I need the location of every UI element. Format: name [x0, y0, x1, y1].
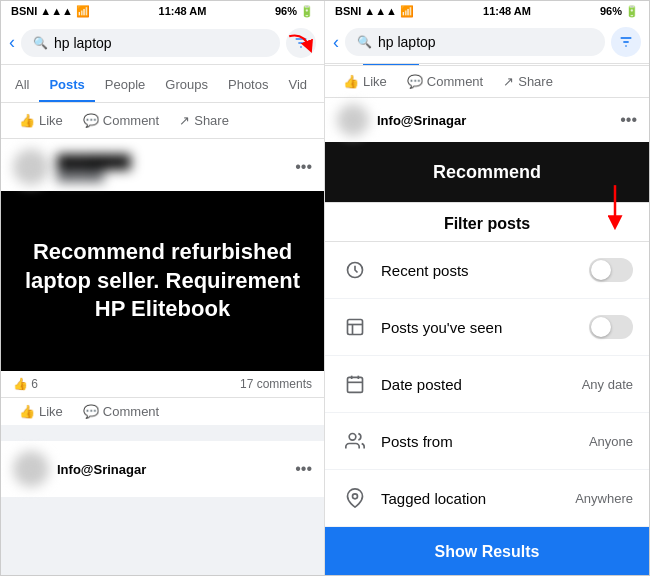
left-three-dots-2[interactable]: •••: [295, 460, 312, 478]
left-author-2: Info@Srinagar: [57, 462, 287, 477]
battery-pct: 96%: [275, 5, 297, 17]
wifi-icon: 📶: [76, 5, 90, 18]
left-tab-vid[interactable]: Vid: [278, 69, 317, 102]
right-red-arrow: [597, 181, 633, 235]
right-search-bar: ‹ 🔍 hp laptop: [325, 21, 649, 64]
right-tab-posts[interactable]: Posts: [363, 64, 418, 65]
left-search-icon: 🔍: [33, 36, 48, 50]
left-action-bar: 👍 Like 💬 Comment ↗ Share: [1, 103, 324, 139]
right-comment-label: Comment: [427, 74, 483, 89]
right-status-bar: BSNI ▲▲▲ 📶 11:48 AM 96% 🔋: [325, 1, 649, 21]
like-label: Like: [39, 113, 63, 128]
left-tab-all[interactable]: All: [5, 69, 39, 102]
left-time: 11:48 AM: [159, 5, 207, 17]
right-signal-icon: ▲▲▲: [364, 5, 397, 17]
left-comment-button[interactable]: 💬 Comment: [73, 109, 169, 132]
left-search-bar: ‹ 🔍 hp laptop: [1, 21, 324, 65]
left-panel: BSNI ▲▲▲ 📶 11:48 AM 96% 🔋 ‹ 🔍 hp laptop: [1, 1, 325, 576]
right-search-text: hp laptop: [378, 34, 436, 50]
post-comment-icon: 💬: [83, 404, 99, 419]
right-like-label: Like: [363, 74, 387, 89]
left-post-like[interactable]: 👍 Like: [9, 400, 73, 423]
from-label: Posts from: [381, 433, 577, 450]
svg-point-15: [353, 494, 358, 499]
likes-icon: 👍: [13, 377, 28, 391]
filter-row-recent[interactable]: Recent posts: [325, 242, 649, 299]
right-tab-photos[interactable]: Photos: [542, 64, 602, 65]
right-post-peek-header: Info@Srinagar •••: [325, 98, 649, 142]
left-post-card-2: Info@Srinagar •••: [1, 433, 324, 497]
filter-row-location[interactable]: Tagged location Anywhere: [325, 470, 649, 527]
location-value: Anywhere: [575, 491, 633, 506]
filter-list: Recent posts Posts you've seen: [325, 242, 649, 527]
right-share-icon: ↗: [503, 74, 514, 89]
left-likes-count: 👍 6: [13, 377, 38, 391]
share-label: Share: [194, 113, 229, 128]
right-carrier-info: BSNI ▲▲▲ 📶: [335, 5, 414, 18]
right-peek-image-text: Recommend: [433, 162, 541, 183]
left-post-meta-2: Info@Srinagar: [57, 462, 287, 477]
share-icon: ↗: [179, 113, 190, 128]
recent-toggle[interactable]: [589, 258, 633, 282]
left-avatar-2: [13, 451, 49, 487]
right-carrier-text: BSNI: [335, 5, 361, 17]
carrier-text: BSNI: [11, 5, 37, 17]
left-tab-photos[interactable]: Photos: [218, 69, 278, 102]
right-wifi-icon: 📶: [400, 5, 414, 18]
date-value: Any date: [582, 377, 633, 392]
filter-row-from[interactable]: Posts from Anyone: [325, 413, 649, 470]
left-comments-count: 17 comments: [240, 377, 312, 391]
left-avatar-1: [13, 149, 49, 185]
right-peek-author: Info@Srinagar: [377, 113, 466, 128]
left-back-button[interactable]: ‹: [9, 32, 15, 53]
left-three-dots-1[interactable]: •••: [295, 158, 312, 176]
right-tab-people[interactable]: People: [419, 64, 479, 65]
left-post-area: ████████ ██████ ••• Recommend refurbishe…: [1, 139, 324, 576]
right-panel: BSNI ▲▲▲ 📶 11:48 AM 96% 🔋 ‹ 🔍 hp laptop …: [325, 1, 649, 576]
right-comment-button[interactable]: 💬 Comment: [397, 70, 493, 93]
svg-rect-7: [348, 320, 363, 335]
right-share-button[interactable]: ↗ Share: [493, 70, 563, 93]
left-carrier-info: BSNI ▲▲▲ 📶: [11, 5, 90, 18]
left-battery-info: 96% 🔋: [275, 5, 314, 18]
right-share-label: Share: [518, 74, 553, 89]
left-post-sub-1: ██████: [57, 169, 287, 181]
left-red-arrow: [282, 29, 318, 69]
right-search-icon: 🔍: [357, 35, 372, 49]
left-like-button[interactable]: 👍 Like: [9, 109, 73, 132]
right-like-button[interactable]: 👍 Like: [333, 70, 397, 93]
comment-icon: 💬: [83, 113, 99, 128]
post-thumb-icon: 👍: [19, 404, 35, 419]
seen-toggle[interactable]: [589, 315, 633, 339]
left-post-stats: 👍 6 17 comments: [1, 371, 324, 398]
date-icon: [341, 370, 369, 398]
left-tab-people[interactable]: People: [95, 69, 155, 102]
left-post-comment[interactable]: 💬 Comment: [73, 400, 169, 423]
right-battery-icon: 🔋: [625, 5, 639, 18]
right-tab-groups[interactable]: Groups: [479, 64, 542, 65]
recent-toggle-thumb: [591, 260, 611, 280]
left-author-1: ████████: [57, 154, 287, 169]
right-back-button[interactable]: ‹: [333, 32, 339, 53]
right-battery-info: 96% 🔋: [600, 5, 639, 18]
right-filter-button[interactable]: [611, 27, 641, 57]
right-action-bar: 👍 Like 💬 Comment ↗ Share: [325, 66, 649, 98]
right-thumb-icon: 👍: [343, 74, 359, 89]
right-tab-vid[interactable]: Vid: [602, 64, 641, 65]
left-post-actions: 👍 Like 💬 Comment: [1, 398, 324, 425]
left-nav-tabs: All Posts People Groups Photos Vid: [1, 65, 324, 103]
left-share-button[interactable]: ↗ Share: [169, 109, 239, 132]
left-search-input-box[interactable]: 🔍 hp laptop: [21, 29, 280, 57]
filter-row-date[interactable]: Date posted Any date: [325, 356, 649, 413]
seen-icon: [341, 313, 369, 341]
filter-row-seen[interactable]: Posts you've seen: [325, 299, 649, 356]
right-tab-all[interactable]: All: [329, 64, 363, 65]
left-search-text: hp laptop: [54, 35, 112, 51]
right-peek-three-dots[interactable]: •••: [620, 111, 637, 129]
show-results-button[interactable]: Show Results: [325, 527, 649, 576]
right-search-input-box[interactable]: 🔍 hp laptop: [345, 28, 605, 56]
right-peek-avatar: [337, 104, 369, 136]
left-tab-posts[interactable]: Posts: [39, 69, 94, 102]
left-tab-groups[interactable]: Groups: [155, 69, 218, 102]
left-post-header-1: ████████ ██████ •••: [1, 139, 324, 191]
